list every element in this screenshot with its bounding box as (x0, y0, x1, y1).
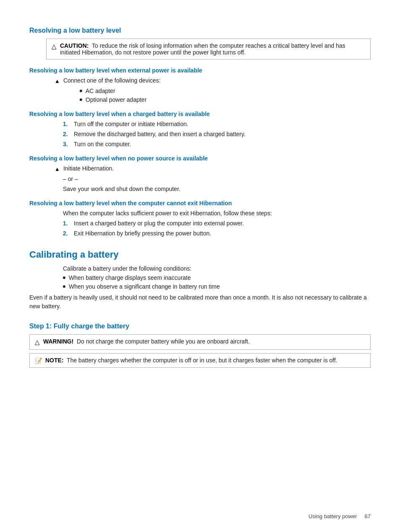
footer-page: 67 (365, 513, 371, 519)
sub4-heading: Resolving a low battery level when the c… (29, 200, 371, 207)
sub4-steps: 1. Insert a charged battery or plug the … (63, 220, 371, 237)
arrow-icon-2: ▲ (55, 166, 60, 172)
list-item: 1. Turn off the computer or initiate Hib… (63, 121, 371, 127)
sub3-or: – or – (63, 176, 371, 182)
note-label: NOTE: (45, 357, 64, 364)
section2-heading: Calibrating a battery (29, 249, 371, 260)
sub3-alt: Save your work and shut down the compute… (63, 186, 371, 192)
dot-icon (63, 285, 65, 288)
warning-label: WARNING! (43, 338, 73, 345)
dot-icon (80, 90, 82, 92)
warning-content: WARNING! Do not charge the computer batt… (43, 338, 250, 345)
list-item: 1. Insert a charged battery or plug the … (63, 220, 371, 227)
step-num: 1. (63, 220, 70, 227)
sub1-dot-list: AC adapter Optional power adapter (80, 88, 371, 103)
sub1-bullet-label: Connect one of the following devices: (63, 77, 161, 84)
sub4-step-1: Insert a charged battery or plug the com… (74, 220, 244, 227)
step-num: 1. (63, 121, 70, 127)
section2-bullet-2: When you observe a significant change in… (69, 283, 220, 290)
sub2-step-1: Turn off the computer or initiate Hibern… (74, 121, 188, 127)
note-icon: 📝 (35, 357, 42, 364)
list-item: When you observe a significant change in… (63, 283, 371, 290)
footer: Using battery power 67 (309, 513, 371, 519)
warning-text: Do not charge the computer battery while… (77, 338, 249, 345)
sub3-arrow-bullet: ▲ Initiate Hibernation. (55, 165, 371, 172)
note-content: NOTE: The battery charges whether the co… (45, 357, 337, 364)
caution-icon: △ (52, 43, 57, 50)
section3-heading: Step 1: Fully charge the battery (29, 323, 371, 330)
caution-content: CAUTION: To reduce the risk of losing in… (60, 42, 365, 56)
step-num: 3. (63, 141, 70, 147)
list-item: 2. Remove the discharged battery, and th… (63, 131, 371, 137)
sub1-heading: Resolving a low battery level when exter… (29, 67, 371, 74)
section1-heading: Resolving a low battery level (29, 27, 371, 34)
caution-label: CAUTION: (60, 42, 88, 49)
dot-icon (63, 276, 65, 279)
footer-text: Using battery power (309, 513, 357, 519)
sub2-step-3: Turn on the computer. (74, 141, 131, 147)
sub2-steps: 1. Turn off the computer or initiate Hib… (63, 121, 371, 147)
sub3-heading: Resolving a low battery level when no po… (29, 155, 371, 162)
sub3-bullet: Initiate Hibernation. (63, 165, 114, 172)
sub2-step-2: Remove the discharged battery, and then … (74, 131, 246, 137)
sub2-heading: Resolving a low battery level when a cha… (29, 111, 371, 117)
list-item: 2. Exit Hibernation by briefly pressing … (63, 230, 371, 237)
step-num: 2. (63, 131, 70, 137)
step-num: 2. (63, 230, 70, 237)
caution-box: △ CAUTION: To reduce the risk of losing … (46, 39, 371, 59)
sub1-arrow-bullet: ▲ Connect one of the following devices: (55, 77, 371, 84)
warning-icon: △ (35, 338, 40, 346)
caution-text: To reduce the risk of losing information… (60, 42, 345, 56)
dot-icon (80, 98, 82, 101)
note-text: The battery charges whether the computer… (67, 357, 337, 364)
list-item: When battery charge displays seem inaccu… (63, 274, 371, 281)
sub1-item-2: Optional power adapter (86, 96, 147, 103)
section2-bullets: When battery charge displays seem inaccu… (63, 274, 371, 290)
list-item: AC adapter (80, 88, 371, 94)
warning-box: △ WARNING! Do not charge the computer ba… (29, 334, 371, 350)
section2-bullet-1: When battery charge displays seem inaccu… (69, 274, 191, 281)
list-item: 3. Turn on the computer. (63, 141, 371, 147)
section2-intro: Calibrate a battery under the following … (63, 265, 371, 272)
sub4-intro: When the computer lacks sufficient power… (63, 210, 371, 217)
sub1-item-1: AC adapter (86, 88, 115, 94)
section2-body: Even if a battery is heavily used, it sh… (29, 293, 371, 311)
note-box: 📝 NOTE: The battery charges whether the … (29, 353, 371, 368)
arrow-icon-1: ▲ (55, 78, 60, 84)
sub4-step-2: Exit Hibernation by briefly pressing the… (74, 230, 211, 237)
list-item: Optional power adapter (80, 96, 371, 103)
